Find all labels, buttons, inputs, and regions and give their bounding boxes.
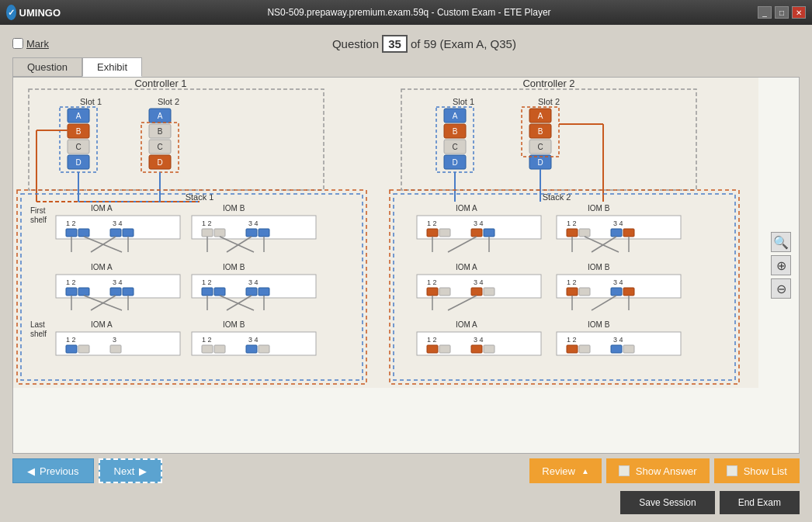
svg-rect-84 (246, 229, 257, 237)
svg-rect-93 (66, 288, 77, 296)
previous-label: Previous (40, 465, 79, 477)
svg-text:B: B (158, 127, 163, 136)
svg-text:3  4: 3 4 (474, 278, 484, 286)
svg-rect-104 (202, 288, 213, 296)
svg-rect-125 (202, 345, 213, 353)
svg-rect-148 (611, 229, 622, 237)
question-of-text: of 59 (Exam A, Q35) (411, 37, 516, 50)
svg-rect-85 (259, 229, 269, 237)
svg-text:D: D (452, 158, 457, 167)
previous-arrow-icon: ◀ (27, 465, 35, 477)
svg-rect-81 (214, 229, 225, 237)
svg-text:1  2: 1 2 (567, 278, 577, 286)
svg-rect-149 (623, 229, 634, 237)
review-button[interactable]: Review ▲ (529, 458, 602, 483)
svg-rect-74 (123, 229, 134, 237)
tab-exhibit[interactable]: Exhibit (82, 57, 142, 77)
svg-rect-70 (78, 229, 89, 237)
close-button[interactable]: ✕ (792, 6, 806, 19)
svg-rect-179 (439, 345, 450, 353)
show-list-label: Show List (744, 465, 787, 477)
diagram-container: Controller 1 Controller 2 Slot 1 A B C D (13, 78, 799, 453)
svg-text:IOM B: IOM B (588, 263, 610, 271)
svg-text:D: D (537, 158, 543, 167)
svg-rect-135 (439, 229, 450, 237)
svg-text:Last: Last (30, 320, 45, 329)
svg-text:IOM A: IOM A (91, 263, 113, 271)
svg-text:1  2: 1 2 (567, 336, 577, 344)
svg-rect-188 (623, 345, 634, 353)
svg-text:C: C (157, 143, 162, 151)
end-exam-button[interactable]: End Exam (720, 491, 800, 514)
svg-rect-167 (579, 288, 590, 296)
tab-question[interactable]: Question (12, 57, 82, 77)
mark-container: Mark (12, 38, 49, 50)
question-number-badge: 35 (382, 35, 408, 53)
question-info: Question 35 of 59 (Exam A, Q35) (49, 35, 800, 53)
next-arrow-icon: ▶ (139, 465, 147, 477)
restore-button[interactable]: □ (775, 6, 789, 19)
svg-text:1  2: 1 2 (202, 220, 212, 227)
window-title: NS0-509.prepaway.premium.exam.59q - Cust… (61, 7, 758, 18)
svg-rect-169 (623, 288, 634, 296)
svg-rect-137 (471, 229, 482, 237)
svg-rect-127 (246, 345, 257, 353)
svg-rect-97 (110, 288, 121, 296)
svg-text:1  2: 1 2 (427, 220, 437, 227)
svg-text:IOM A: IOM A (91, 320, 113, 329)
svg-rect-80 (202, 229, 213, 237)
zoom-search-button[interactable]: 🔍 (771, 232, 791, 252)
svg-rect-158 (439, 288, 450, 296)
svg-rect-166 (567, 288, 578, 296)
save-session-button[interactable]: Save Session (620, 491, 714, 514)
svg-text:3  4: 3 4 (113, 278, 123, 286)
mark-label[interactable]: Mark (26, 38, 49, 50)
svg-text:1  2: 1 2 (202, 336, 212, 344)
show-answer-checkbox-icon (619, 465, 630, 476)
svg-text:3  4: 3 4 (474, 336, 484, 344)
zoom-out-button[interactable]: ⊖ (771, 278, 791, 299)
svg-rect-145 (579, 229, 590, 237)
svg-text:3  4: 3 4 (248, 278, 259, 286)
window-controls: _ □ ✕ (758, 6, 806, 19)
next-label: Next (114, 465, 135, 477)
svg-rect-108 (246, 288, 257, 296)
svg-text:IOM B: IOM B (588, 320, 610, 329)
svg-text:3  4: 3 4 (613, 336, 623, 344)
svg-rect-144 (567, 229, 578, 237)
svg-rect-94 (78, 288, 89, 296)
svg-text:B: B (538, 127, 543, 136)
svg-text:C: C (537, 143, 543, 151)
mark-checkbox[interactable] (12, 38, 23, 49)
svg-text:IOM B: IOM B (223, 263, 245, 271)
svg-text:1  2: 1 2 (202, 278, 212, 286)
svg-rect-187 (611, 345, 622, 353)
svg-rect-120 (78, 345, 89, 353)
svg-text:IOM A: IOM A (91, 204, 113, 213)
show-answer-button[interactable]: Show Answer (606, 458, 710, 483)
show-list-button[interactable]: Show List (714, 458, 800, 483)
question-label: Question (332, 37, 379, 50)
svg-text:D: D (157, 158, 162, 167)
svg-rect-185 (567, 345, 578, 353)
svg-text:3: 3 (113, 336, 116, 344)
svg-text:Slot 2: Slot 2 (158, 97, 179, 106)
next-button[interactable]: Next ▶ (99, 458, 163, 483)
svg-rect-128 (259, 345, 269, 353)
svg-rect-69 (66, 229, 77, 237)
svg-text:IOM A: IOM A (456, 263, 477, 271)
svg-rect-160 (484, 288, 494, 296)
svg-rect-121 (110, 345, 121, 353)
previous-button[interactable]: ◀ Previous (12, 458, 94, 483)
svg-rect-105 (214, 288, 225, 296)
svg-rect-138 (484, 229, 494, 237)
svg-text:IOM B: IOM B (588, 204, 610, 213)
main-content: Mark Question 35 of 59 (Exam A, Q35) Que… (0, 25, 812, 522)
minimize-button[interactable]: _ (758, 6, 772, 19)
svg-text:IOM A: IOM A (456, 320, 477, 329)
exhibit-area: Controller 1 Controller 2 Slot 1 A B C D (12, 77, 800, 454)
zoom-in-button[interactable]: ⊕ (771, 255, 791, 275)
svg-text:1  2: 1 2 (66, 336, 76, 344)
logo: ✓ UMINGO (6, 4, 61, 21)
show-answer-label: Show Answer (636, 465, 697, 477)
